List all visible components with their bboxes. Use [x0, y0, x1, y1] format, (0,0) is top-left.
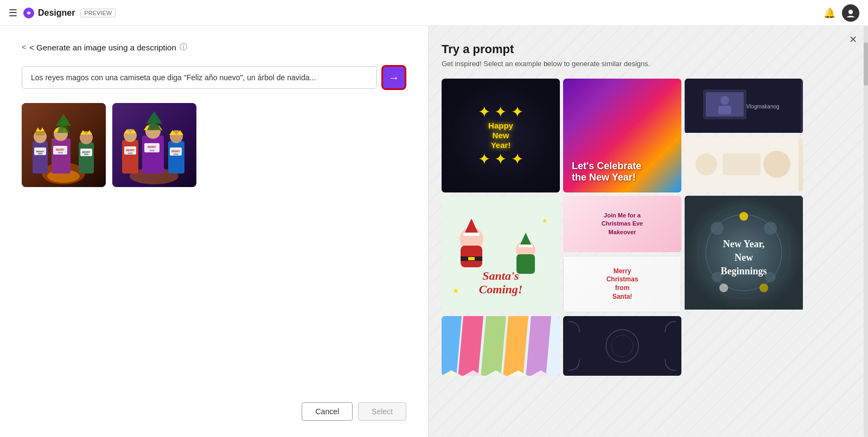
app-name: Designer [38, 8, 75, 18]
topbar-right: 🔔 [824, 4, 859, 22]
submit-arrow-icon: → [388, 72, 399, 84]
svg-text:★: ★ [542, 217, 548, 224]
topbar-left: ☰ Designer PREVIEW [9, 7, 116, 19]
topbar: ☰ Designer PREVIEW 🔔 [0, 0, 868, 26]
svg-text:Santa's: Santa's [482, 269, 519, 282]
ny-stars-decoration-2: ✦ ✦ ✦ [478, 150, 524, 168]
happy-ny-text: HappyNewYear! [478, 121, 524, 150]
svg-text:MERRY: MERRY [148, 146, 156, 149]
cancel-button[interactable]: Cancel [302, 402, 353, 421]
prompts-grid: ✦ ✦ ✦ HappyNewYear! ✦ ✦ ✦ Let's Celebrat… [442, 79, 855, 376]
prompt-card-join-me[interactable]: Join Me for aChristmas EveMakeover [563, 196, 681, 253]
select-button[interactable]: Select [358, 402, 406, 421]
generated-images: MERRY 2024 MERRY 2024 [22, 103, 406, 187]
share-icon[interactable]: 🔔 [824, 7, 835, 19]
svg-point-51 [720, 96, 729, 105]
svg-rect-57 [723, 153, 761, 175]
svg-rect-5 [33, 141, 48, 173]
svg-text:Beginnings: Beginnings [720, 266, 767, 277]
svg-rect-34 [142, 136, 164, 173]
svg-point-55 [695, 153, 717, 175]
try-prompt-title: Try a prompt [442, 42, 855, 56]
prompt-card-new-year-beginnings[interactable]: New Year, New Beginnings [685, 196, 803, 313]
svg-rect-18 [79, 142, 94, 173]
svg-point-83 [719, 284, 728, 292]
prompt-card-beige[interactable] [685, 137, 803, 192]
generated-image-2[interactable]: MERRY 2024 MERRY 2024 [112, 103, 196, 187]
svg-rect-99 [563, 316, 681, 376]
svg-text:Vlogmakanog: Vlogmakanog [746, 104, 779, 110]
svg-text:2024: 2024 [38, 153, 42, 155]
close-button[interactable]: ✕ [849, 34, 857, 46]
svg-text:2024: 2024 [84, 153, 88, 156]
merry-christmas-text: MerryChristmasfromSanta! [607, 267, 639, 301]
svg-point-78 [711, 222, 724, 235]
prompt-card-merry-christmas[interactable]: MerryChristmasfromSanta! [563, 256, 681, 313]
scrollbar-thumb[interactable] [864, 42, 868, 86]
left-panel: < < Generate an image using a descriptio… [0, 26, 429, 437]
join-me-text: Join Me for aChristmas EveMakeover [602, 211, 643, 236]
svg-text:★: ★ [452, 286, 459, 295]
main-area: < < Generate an image using a descriptio… [0, 26, 868, 437]
svg-point-56 [763, 151, 790, 178]
back-title: < Generate an image using a description [29, 43, 176, 52]
svg-rect-52 [718, 106, 731, 114]
designer-logo-icon [23, 7, 35, 19]
svg-rect-62 [463, 233, 480, 236]
svg-text:New: New [735, 252, 753, 263]
prompt-card-dark-ornament[interactable] [563, 316, 681, 376]
brand-logo: Designer [23, 7, 75, 19]
action-buttons: Cancel Select [22, 402, 406, 421]
prompt-input[interactable] [22, 66, 377, 89]
svg-text:2024: 2024 [150, 149, 155, 152]
right-panel: ✕ Try a prompt Get inspired! Select an e… [429, 26, 868, 437]
celebrate-ny-text: Let's Celebratethe New Year! [572, 160, 641, 184]
try-prompt-subtitle: Get inspired! Select an example below to… [442, 60, 855, 68]
svg-rect-12 [52, 138, 71, 173]
prompt-input-row: → [22, 65, 406, 90]
prompt-card-happy-ny[interactable]: ✦ ✦ ✦ HappyNewYear! ✦ ✦ ✦ [442, 79, 560, 192]
hamburger-icon[interactable]: ☰ [9, 7, 17, 19]
svg-point-79 [764, 222, 777, 235]
generated-image-1[interactable]: MERRY 2024 MERRY 2024 [22, 103, 106, 187]
back-arrow[interactable]: < [22, 43, 26, 52]
svg-rect-69 [519, 245, 533, 247]
prompt-card-santas-coming[interactable]: Santa's Coming! ★ ★ [442, 196, 560, 313]
svg-text:2024: 2024 [128, 152, 133, 155]
svg-point-82 [739, 212, 748, 221]
svg-text:Coming!: Coming! [479, 282, 523, 296]
prompt-card-pencils[interactable] [442, 316, 560, 376]
svg-rect-28 [122, 140, 138, 173]
prompt-card-celebrate-ny[interactable]: Let's Celebratethe New Year! [563, 79, 681, 192]
svg-rect-40 [168, 141, 184, 173]
preview-badge: PREVIEW [80, 9, 116, 17]
svg-point-1 [848, 10, 853, 14]
prompt-card-vlogmaker[interactable]: Vlogmakanog [685, 79, 803, 134]
svg-rect-7 [36, 131, 44, 136]
submit-button[interactable]: → [381, 65, 406, 90]
back-header: < < Generate an image using a descriptio… [22, 42, 406, 52]
scrollbar[interactable] [864, 26, 868, 437]
svg-rect-70 [516, 254, 535, 274]
svg-point-84 [760, 284, 768, 292]
ny-stars-decoration: ✦ ✦ ✦ [478, 103, 524, 121]
info-icon[interactable]: ⓘ [180, 42, 187, 52]
avatar[interactable] [842, 4, 859, 22]
svg-point-29 [124, 129, 137, 142]
svg-text:2024: 2024 [58, 151, 63, 154]
svg-text:New Year,: New Year, [723, 239, 765, 249]
svg-text:2024: 2024 [174, 153, 179, 156]
svg-rect-65 [468, 257, 475, 260]
